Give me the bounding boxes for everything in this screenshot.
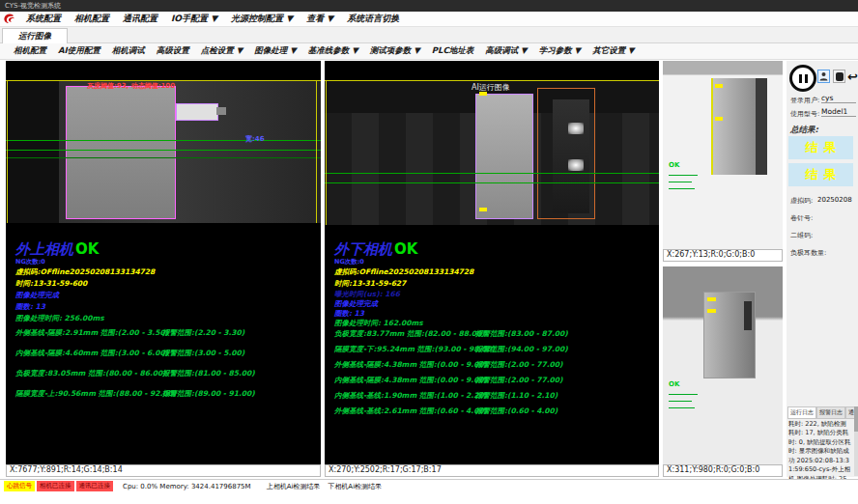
log-scrollbar-thumb[interactable]	[854, 406, 858, 432]
measurement-row: 外侧基线-隔膜:2.91mm 范围:(2.00 - 3.50) 报警范围:(2.…	[6, 328, 321, 340]
total-result-label: 总结果:	[790, 125, 818, 136]
component-dark-edge	[744, 301, 752, 330]
connector-tip	[216, 107, 226, 115]
measurement-row: 内侧基线-基线:1.90mm 范围:(1.00 - 2.20) 报警范围:(1.…	[325, 391, 659, 403]
width-tag-annotation: 宽:46	[245, 134, 265, 144]
barcode-line: 虚拟码:OFfline20250208133134728	[334, 267, 473, 277]
measurement-row: 负极宽度:83.77mm 范围:(82.00 - 88.00) 报警范围:(83…	[325, 329, 659, 341]
app-logo-icon	[3, 13, 15, 25]
camera-status: OK	[394, 240, 417, 258]
measurement-row: 内侧基线-隔膜:4.60mm 范围:(3.00 - 6.00) 报警范围:(3.…	[6, 349, 321, 360]
alarm-range: 报警范围:(2.00 - 77.00)	[475, 376, 562, 385]
alarm-range: 报警范围:(0.60 - 4.00)	[475, 406, 558, 416]
pause-button[interactable]	[789, 65, 816, 92]
heartbeat-badge: 心跳信号	[4, 481, 35, 491]
user-login-button[interactable]	[817, 70, 830, 83]
tool-spot-check[interactable]: 点检设置 ▼	[195, 45, 249, 57]
process-done-line: 图像处理完成	[15, 291, 59, 300]
tab-count-label: 负极耳数量:	[790, 248, 826, 258]
virtual-code-value: 20250208	[817, 196, 852, 204]
log-tab-run[interactable]: 运行日志	[787, 406, 816, 419]
menu-bar: 系统配置 相机配置 通讯配置 IO手配置 ▼ 光源控制配置 ▼ 查看 ▼ 系统语…	[0, 12, 858, 27]
window-titlebar: CYS-视觉检测系统	[0, 0, 858, 12]
virtual-code-label: 虚拟码:	[790, 196, 813, 206]
barcode-line: 虚拟码:OFfline20250208133134728	[15, 267, 155, 277]
camera-tool-button[interactable]	[833, 70, 845, 83]
menu-item-io-config[interactable]: IO手配置 ▼	[164, 13, 224, 25]
measurement-row: 隔膜宽度-下:95.24mm 范围:(93.00 - 98.00) 报警范围:(…	[325, 345, 659, 356]
camera-view-lower[interactable]: AI运行图像 外下相机OK NG次数:0 虚拟码:OFfline20250208…	[325, 61, 659, 464]
tool-image-process[interactable]: 图像处理 ▼	[248, 45, 302, 57]
bright-spot	[568, 123, 584, 134]
tool-ai-usage-config[interactable]: AI使用配置	[52, 45, 106, 57]
plate-region-overlay	[475, 94, 533, 219]
plate-region-overlay	[66, 86, 176, 219]
alarm-range: 报警范围:(2.00 - 77.00)	[475, 360, 562, 370]
measurement-value: 负极宽度:83.77mm 范围:(82.00 - 88.00)	[334, 329, 485, 339]
login-user-label: 登录用户:	[790, 96, 819, 105]
pin-number-label: 卷针号:	[790, 213, 813, 223]
camera-name: 外上相机	[15, 240, 73, 258]
upper-camera-image: 灰度阈值:93, 动态阈值:100 宽:46	[6, 80, 321, 223]
measurement-row: 外侧基线-隔膜:4.38mm 范围:(0.00 - 9.00) 报警范围:(2.…	[325, 360, 659, 372]
yellow-mark	[479, 208, 487, 211]
switch-user-button[interactable]: ↩	[846, 70, 858, 83]
cpu-memory-text: Cpu: 0.0% Memory: 3424.41796875M	[123, 483, 251, 490]
alarm-range: 报警范围:(89.00 - 91.00)	[162, 389, 255, 399]
turns-line: 圈数: 13	[334, 309, 364, 319]
tab-strip: 运行图像	[0, 27, 858, 43]
tool-advanced-debug[interactable]: 高级调试 ▼	[479, 45, 533, 57]
tool-baseline-params[interactable]: 基准线参数 ▼	[302, 45, 364, 57]
menu-item-comm-config[interactable]: 通讯配置	[116, 13, 164, 25]
exposure-line: 曝光时间(us): 166	[334, 290, 400, 299]
tool-learning-params[interactable]: 学习参数 ▼	[533, 45, 587, 57]
connector-overlay	[176, 103, 218, 121]
turns-line: 圈数: 13	[15, 302, 45, 312]
menu-item-language-switch[interactable]: 系统语言切换	[340, 13, 406, 25]
process-time-line: 图像处理时间: 256.00ms	[15, 314, 104, 323]
menu-item-camera-config[interactable]: 相机配置	[68, 13, 116, 25]
tool-camera-config[interactable]: 相机配置	[8, 45, 52, 57]
tool-plc-address[interactable]: PLC地址表	[426, 45, 479, 57]
dark-block	[553, 99, 589, 213]
menu-item-view[interactable]: 查看 ▼	[300, 13, 340, 25]
measurement-value: 隔膜宽度-上:90.56mm 范围:(88.00 - 92.00)	[15, 389, 176, 399]
coords-text: X:7677;Y:891;R:14;G:14;B:14	[10, 465, 123, 474]
yellow-mark	[715, 84, 723, 88]
tool-test-params[interactable]: 测试项参数 ▼	[364, 45, 426, 57]
mini-result-ok: OK	[669, 380, 679, 388]
tool-other-settings[interactable]: 其它设置 ▼	[586, 45, 641, 57]
measurement-value: 隔膜宽度-下:95.24mm 范围:(93.00 - 98.00)	[334, 345, 495, 354]
alarm-range: 报警范围:(3.00 - 5.00)	[162, 349, 244, 358]
ai-image-label: AI运行图像	[472, 82, 510, 93]
camera-view-detail-bottom[interactable]: OK	[663, 266, 783, 464]
measurement-value: 外侧基线-基线:2.61mm 范围:(0.60 - 4.00)	[334, 406, 487, 416]
tab-run-image[interactable]: 运行图像	[2, 28, 68, 43]
menu-item-system-config[interactable]: 系统配置	[19, 13, 68, 25]
return-arrow-icon: ↩	[847, 70, 858, 83]
tool-advanced-settings[interactable]: 高级设置	[151, 45, 195, 57]
measurement-value: 外侧基线-隔膜:2.91mm 范围:(2.00 - 3.50)	[15, 328, 168, 338]
model-label: 使用型号:	[790, 109, 819, 119]
menu-item-light-config[interactable]: 光源控制配置 ▼	[224, 13, 300, 25]
upper-ai-result-text: 上相机Ai检测结果	[267, 482, 321, 491]
yellow-mark	[707, 297, 716, 301]
detail-top-coordinates: X:267;Y:13;R:0;G:0;B:0	[663, 249, 783, 262]
log-tab-alarm[interactable]: 报警日志	[816, 406, 845, 419]
lower-camera-coordinates: X:270;Y:2502;R:17;G:17;B:17	[325, 464, 659, 477]
process-time-line: 图像处理时间: 162.00ms	[334, 319, 423, 328]
coords-text: X:270;Y:2502;R:17;G:17;B:17	[329, 465, 442, 474]
camera-view-detail-top[interactable]: OK	[663, 61, 783, 249]
threshold-annotation: 灰度阈值:93, 动态阈值:100	[87, 81, 175, 91]
alarm-range: 报警范围:(2.20 - 3.30)	[162, 328, 244, 338]
user-icon	[819, 71, 828, 81]
measurement-row: 隔膜宽度-上:90.56mm 范围:(88.00 - 92.00) 报警范围:(…	[6, 389, 321, 401]
measurement-value: 外侧基线-隔膜:4.38mm 范围:(0.00 - 9.00)	[334, 360, 487, 370]
ng-count: NG次数:0	[15, 258, 45, 266]
tool-camera-debug[interactable]: 相机调试	[106, 45, 151, 57]
qr-code-label: 二维码:	[790, 231, 813, 240]
yellow-mark	[715, 117, 723, 121]
result-box-lower: 结果	[788, 163, 853, 186]
camera-view-upper[interactable]: 灰度阈值:93, 动态阈值:100 宽:46 外上相机OK NG次数:0 虚拟码…	[6, 61, 321, 464]
bright-spot	[568, 159, 584, 171]
